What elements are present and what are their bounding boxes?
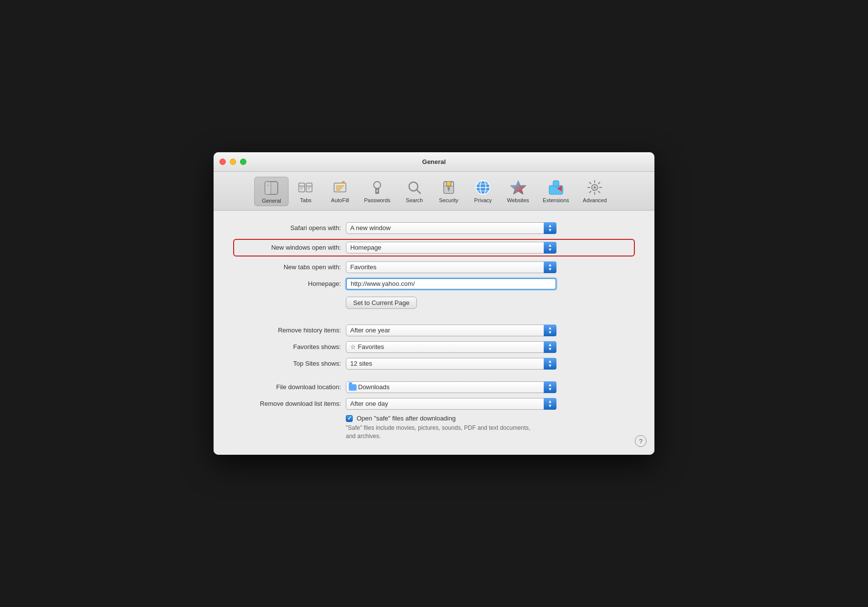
homepage-input[interactable] [346,278,556,290]
remove-download-label: Remove download list items: [233,400,341,407]
top-sites-control: 12 sites ▲ ▼ [346,358,556,370]
new-tabs-select[interactable]: Favorites [346,261,556,273]
window-title: General [422,158,446,165]
remove-history-control: After one year ▲ ▼ [346,325,556,336]
file-download-label: File download location: [233,383,341,391]
tab-tabs[interactable]: Tabs [289,177,323,206]
remove-history-row: Remove history items: After one year ▲ ▼ [233,325,635,336]
new-tabs-row: New tabs open with: Favorites ▲ ▼ [233,261,635,273]
tab-privacy-label: Privacy [474,197,492,203]
remove-download-select[interactable]: After one day [346,398,556,410]
tab-security[interactable]: Security [432,177,466,206]
remove-history-select-wrapper: After one year ▲ ▼ [346,325,556,336]
set-current-row: Set to Current Page [346,295,635,311]
traffic-lights [219,159,246,165]
tab-autofill-label: AutoFill [331,197,349,203]
svg-point-27 [448,187,450,189]
tab-general-label: General [262,198,281,204]
svg-line-48 [599,191,600,192]
tab-general[interactable]: General [254,177,289,206]
svg-point-42 [594,186,596,188]
advanced-icon [586,179,603,196]
toolbar: General Tabs [214,172,654,210]
general-icon [263,179,280,197]
set-to-current-page-button[interactable]: Set to Current Page [346,297,417,309]
svg-marker-36 [510,181,526,194]
svg-rect-18 [377,190,378,192]
tab-passwords[interactable]: Passwords [357,177,397,206]
fullscreen-button[interactable] [240,159,246,165]
websites-icon [509,179,527,196]
top-sites-select[interactable]: 12 sites [346,358,556,370]
tab-security-label: Security [439,197,458,203]
favorites-shows-label: Favorites shows: [233,343,341,350]
open-safe-checkbox[interactable]: ✓ [346,415,353,422]
homepage-control [346,278,556,290]
svg-rect-39 [553,181,559,187]
new-windows-control: Homepage ▲ ▼ [346,242,556,254]
passwords-icon [368,179,386,196]
new-windows-select[interactable]: Homepage [346,242,556,254]
homepage-label: Homepage: [233,280,341,287]
privacy-icon [474,179,492,196]
new-windows-row-highlighted: New windows open with: Homepage ▲ ▼ [233,239,635,257]
top-sites-row: Top Sites shows: 12 sites ▲ ▼ [233,358,635,370]
new-tabs-label: New tabs open with: [233,263,341,271]
new-tabs-select-wrapper: Favorites ▲ ▼ [346,261,556,273]
titlebar: General [214,152,654,172]
minimize-button[interactable] [230,159,236,165]
tab-privacy[interactable]: Privacy [466,177,500,206]
safari-opens-control: A new window ▲ ▼ [346,222,556,234]
tab-extensions[interactable]: Extensions [536,177,576,206]
remove-download-select-wrapper: After one day ▲ ▼ [346,398,556,410]
security-icon [440,179,458,196]
content: Safari opens with: A new window ▲ ▼ [214,210,654,455]
remove-history-label: Remove history items: [233,327,341,334]
remove-download-control: After one day ▲ ▼ [346,398,556,410]
tab-extensions-label: Extensions [543,197,569,203]
svg-rect-1 [265,182,271,194]
svg-line-50 [590,191,591,192]
top-sites-select-wrapper: 12 sites ▲ ▼ [346,358,556,370]
svg-line-20 [417,190,420,193]
tab-websites-label: Websites [507,197,529,203]
tab-tabs-label: Tabs [300,197,312,203]
svg-line-47 [590,182,591,184]
file-download-row: File download location: Downloads ▲ ▼ [233,381,635,393]
file-download-select-wrapper: Downloads ▲ ▼ [346,381,556,393]
remove-download-row: Remove download list items: After one da… [233,398,635,410]
close-button[interactable] [219,159,226,165]
svg-point-16 [374,182,381,188]
svg-marker-15 [341,181,345,183]
open-safe-label: Open "safe" files after downloading [357,415,456,422]
favorites-shows-control: ☆ Favorites ▲ ▼ [346,341,556,353]
tab-websites[interactable]: Websites [500,177,536,206]
favorites-shows-select-wrapper: ☆ Favorites ▲ ▼ [346,341,556,353]
svg-rect-28 [448,189,449,191]
tab-search-label: Search [406,197,423,203]
top-sites-label: Top Sites shows: [233,360,341,367]
tab-passwords-label: Passwords [364,197,390,203]
safari-opens-select[interactable]: A new window [346,222,556,234]
search-icon [406,179,423,196]
tab-advanced[interactable]: Advanced [576,177,614,206]
svg-line-49 [599,182,600,184]
tab-autofill[interactable]: AutoFill [323,177,357,206]
favorites-shows-row: Favorites shows: ☆ Favorites ▲ ▼ [233,341,635,353]
remove-history-select[interactable]: After one year [346,325,556,336]
tab-search[interactable]: Search [397,177,432,206]
safari-opens-select-wrapper: A new window ▲ ▼ [346,222,556,234]
open-safe-sublabel: "Safe" files include movies, pictures, s… [346,424,542,441]
safari-opens-label: Safari opens with: [233,224,341,232]
file-download-control: Downloads ▲ ▼ [346,381,556,393]
new-windows-select-wrapper: Homepage ▲ ▼ [346,242,556,254]
new-windows-label: New windows open with: [237,244,341,251]
svg-rect-26 [447,182,451,186]
favorites-shows-select[interactable]: ☆ Favorites [346,341,556,353]
checkmark-icon: ✓ [347,415,352,421]
tabs-icon [297,179,314,196]
tab-advanced-label: Advanced [583,197,607,203]
file-download-select[interactable]: Downloads [346,381,556,393]
homepage-row: Homepage: [233,278,635,290]
safari-preferences-window: General General [214,152,654,455]
